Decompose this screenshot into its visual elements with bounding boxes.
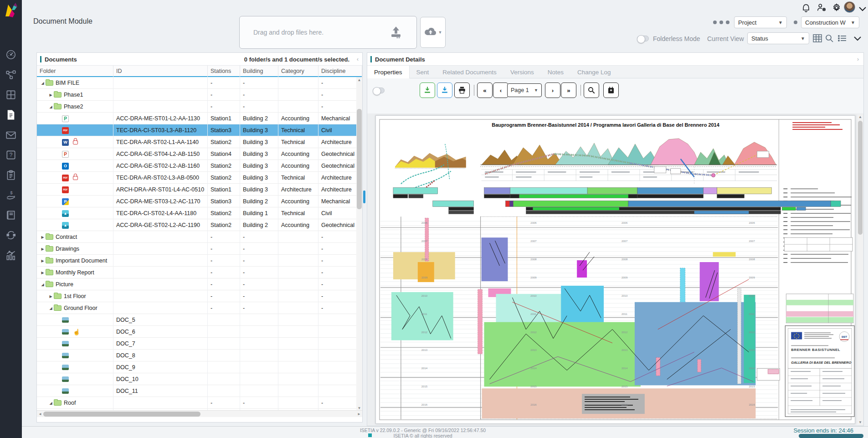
table-row-folder[interactable]: ◢Roof---: [37, 397, 362, 409]
calendar-add-button[interactable]: [603, 82, 619, 98]
collapse-node-icon[interactable]: ◢: [48, 306, 54, 310]
table-row-folder[interactable]: ▶1st Floor---: [37, 290, 362, 302]
preview-toggle[interactable]: [373, 88, 385, 93]
sidebar-item-modules[interactable]: [0, 86, 22, 104]
table-row-document[interactable]: DOC_5: [37, 314, 362, 326]
tab-properties[interactable]: Properties: [367, 66, 410, 78]
collapse-node-icon[interactable]: ◢: [40, 283, 46, 287]
download-version-button[interactable]: [437, 82, 452, 98]
page-selector[interactable]: Page 1▼: [507, 83, 542, 97]
table-row-document[interactable]: DOC_8: [37, 350, 362, 361]
table-row-document[interactable]: DOC_9: [37, 361, 362, 373]
table-row-folder[interactable]: ◢Phase2---: [37, 101, 362, 113]
tab-versions[interactable]: Versions: [503, 66, 541, 78]
collapse-node-icon[interactable]: ◢: [48, 401, 54, 405]
table-row-folder[interactable]: ◢Picture---: [37, 278, 362, 290]
print-button[interactable]: [454, 82, 470, 98]
table-row-folder[interactable]: ▶Phase1---: [37, 89, 362, 101]
table-row-folder[interactable]: ▶Drawings---: [37, 243, 362, 255]
column-header-building[interactable]: Building: [240, 66, 278, 77]
cloud-upload-button[interactable]: ▼: [420, 17, 446, 48]
sidebar-item-dashboard[interactable]: [0, 46, 22, 64]
folderless-mode-toggle[interactable]: [637, 36, 649, 41]
workspace-selector[interactable]: Construction W▼: [801, 16, 859, 28]
sidebar-item-help[interactable]: ?: [0, 146, 22, 164]
tab-sent[interactable]: Sent: [410, 66, 436, 78]
column-header-category[interactable]: Category: [278, 66, 318, 77]
table-row-document[interactable]: PACC-DRA-GE-ST04-L2-AB-1150Station4Build…: [37, 148, 362, 160]
table-row-folder[interactable]: ▶Contract---: [37, 231, 362, 243]
list-view-icon[interactable]: [837, 33, 847, 44]
documents-horizontal-scrollbar[interactable]: ◄ ►: [37, 410, 362, 417]
table-row-document[interactable]: PDFARCH-DRA-AR-ST01-L4-AC-0510Station1Bu…: [37, 184, 362, 196]
project-selector[interactable]: Project▼: [734, 16, 787, 28]
settings-gear-icon[interactable]: [831, 2, 842, 13]
avatar[interactable]: [844, 1, 855, 13]
table-row-document[interactable]: ▲TEC-DRA-CI-ST02-L4-AA-1180Station2Build…: [37, 207, 362, 219]
first-page-button[interactable]: «: [477, 82, 493, 98]
user-settings-icon[interactable]: [816, 2, 827, 13]
tab-change-log[interactable]: Change Log: [570, 66, 618, 78]
previous-page-button[interactable]: ‹: [493, 82, 508, 98]
table-row-document[interactable]: PDFTEC-DRA-CI-ST03-L3-AB-1120Station3Bui…: [37, 124, 362, 136]
documents-vertical-scrollbar[interactable]: ▲ ▼: [356, 77, 362, 411]
next-page-button[interactable]: ›: [545, 82, 560, 98]
column-header-discipline[interactable]: Discipline: [318, 66, 362, 77]
table-row-folder[interactable]: ▶Monthly Report---: [37, 267, 362, 278]
last-page-button[interactable]: »: [561, 82, 576, 98]
scrollbar-thumb[interactable]: [357, 109, 362, 209]
column-header-stations[interactable]: Stations: [208, 66, 240, 77]
table-row-folder[interactable]: ▶Important Document---: [37, 255, 362, 267]
account-chevron-icon[interactable]: [857, 3, 868, 14]
table-row-folder[interactable]: ◢BIM FILE---: [37, 77, 362, 89]
table-row-document[interactable]: DOC_10: [37, 373, 362, 385]
expand-node-icon[interactable]: ▶: [48, 93, 54, 97]
scroll-up-icon[interactable]: ▲: [356, 78, 362, 82]
expand-header-chevron-icon[interactable]: [852, 33, 863, 44]
column-header-folder[interactable]: Folder: [37, 66, 113, 77]
download-button[interactable]: [420, 82, 435, 98]
table-row-document[interactable]: OACC-DRA-GE-ST02-L2-AB-1160Station2Build…: [37, 160, 362, 172]
table-row-document[interactable]: PACC-DRA-ME-ST03-L2-AC-1170Station3Build…: [37, 196, 362, 207]
collapse-panel-icon[interactable]: ‹: [357, 56, 359, 62]
expand-node-icon[interactable]: ▶: [40, 259, 46, 263]
sidebar-item-tasks[interactable]: [0, 166, 22, 184]
scroll-down-icon[interactable]: ▼: [858, 420, 863, 424]
sidebar-item-payments[interactable]: $: [0, 186, 22, 204]
column-header-id[interactable]: ID: [113, 66, 208, 77]
file-dropzone[interactable]: Drag and drop files here.: [239, 16, 417, 49]
scrollbar-thumb[interactable]: [858, 121, 863, 235]
notifications-icon[interactable]: [801, 2, 812, 13]
table-row-document[interactable]: ☝DOC_6: [37, 326, 362, 338]
sidebar-item-mail[interactable]: [0, 126, 22, 144]
tab-related-documents[interactable]: Related Documents: [436, 66, 503, 78]
scroll-left-icon[interactable]: ◄: [38, 412, 42, 416]
sidebar-item-sync[interactable]: [0, 226, 22, 244]
expand-node-icon[interactable]: ▶: [40, 247, 46, 251]
table-row-document[interactable]: PDFTEC-DRA-AR-ST02-L3-AB-0500Station2Bui…: [37, 172, 362, 184]
preview-vertical-scrollbar[interactable]: ▲ ▼: [858, 114, 863, 425]
collapse-node-icon[interactable]: ◢: [48, 105, 54, 109]
scroll-right-icon[interactable]: ►: [357, 412, 361, 416]
tab-notes[interactable]: Notes: [541, 66, 570, 78]
grid-view-icon[interactable]: [812, 33, 823, 44]
panel-splitter[interactable]: [363, 191, 365, 203]
table-row-document[interactable]: DOC_7: [37, 338, 362, 350]
view-selector[interactable]: Status▼: [747, 32, 809, 44]
expand-node-icon[interactable]: ▶: [40, 271, 46, 275]
scroll-up-icon[interactable]: ▲: [858, 115, 863, 119]
sidebar-item-documents[interactable]: [0, 106, 22, 124]
collapse-panel-icon[interactable]: ›: [857, 56, 859, 62]
table-row-folder[interactable]: ◢Ground Floor---: [37, 302, 362, 314]
preview-page[interactable]: Bauprogramm Brenner-Basistunnel 2014 / P…: [375, 115, 855, 424]
scroll-down-icon[interactable]: ▼: [356, 406, 362, 410]
expand-node-icon[interactable]: ▶: [48, 294, 54, 299]
sidebar-item-statistics[interactable]: [0, 246, 22, 264]
expand-node-icon[interactable]: ▶: [40, 235, 46, 239]
isetia-logo[interactable]: [2, 1, 20, 19]
scrollbar-thumb[interactable]: [43, 412, 200, 417]
sidebar-item-library[interactable]: [0, 206, 22, 224]
search-document-button[interactable]: [584, 82, 599, 98]
table-row-document[interactable]: ▲ACC-DRA-GE-ST02-L2-AC-1190Station2Build…: [37, 219, 362, 231]
table-row-document[interactable]: PACC-DRA-ME-ST01-L2-AA-1130Station1Build…: [37, 113, 362, 124]
